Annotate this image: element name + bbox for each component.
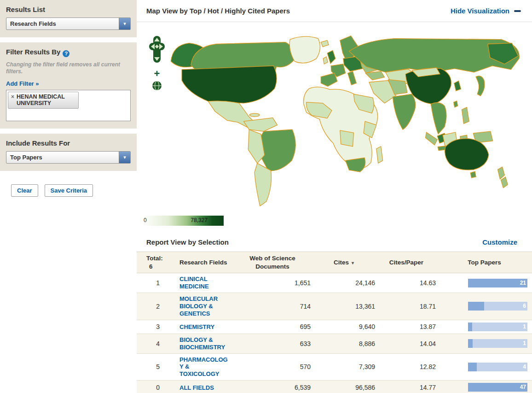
- country-ireland: [323, 57, 328, 64]
- country-new-zealand-south: [501, 177, 508, 188]
- add-filter-link[interactable]: Add Filter »: [6, 80, 39, 87]
- report-table-body: 1 CLINICAL MEDICINE 1,651 24,146 14.63 2…: [137, 273, 532, 393]
- report-view-header: Report View by Selection Customize: [137, 233, 532, 252]
- row-cites-value: 7,309: [312, 361, 376, 373]
- table-row: 5 PHARMACOLOGY & TOXICOLOGY 570 7,309 12…: [137, 354, 532, 381]
- row-cites-value: 24,146: [312, 277, 376, 289]
- top-papers-bar: 1: [468, 323, 527, 331]
- clear-button[interactable]: Clear: [11, 184, 38, 197]
- top-papers-bar-fill: [468, 383, 527, 392]
- top-papers-bar: 4: [468, 363, 527, 371]
- cites-per-paper-column-header[interactable]: Cites/Paper: [376, 256, 437, 269]
- row-docs-value: 6,539: [233, 381, 312, 393]
- include-results-select[interactable]: Top Papers ▾: [6, 151, 131, 164]
- country-taiwan: [454, 101, 458, 107]
- help-icon[interactable]: ?: [63, 50, 69, 57]
- map-legend: 0 78,327: [142, 216, 224, 226]
- row-docs-value: 570: [233, 361, 312, 373]
- zoom-in-button[interactable]: +: [154, 69, 160, 79]
- table-row: 3 CHEMISTRY 695 9,640 13.87 1: [137, 320, 532, 334]
- country-uk: [327, 50, 335, 64]
- country-sumatra: [426, 132, 438, 145]
- top-papers-bar-label: 1: [523, 339, 526, 348]
- country-central-africa: [340, 130, 354, 147]
- row-cites-value: 9,640: [312, 321, 376, 333]
- top-papers-bar-label: 6: [523, 302, 526, 311]
- map-controls: +: [148, 36, 166, 103]
- row-rank: 2: [137, 300, 164, 312]
- row-field-cell: CHEMISTRY: [164, 320, 233, 333]
- results-list-selected-value: Research Fields: [6, 18, 119, 29]
- minus-icon[interactable]: [514, 10, 521, 12]
- table-row: 1 CLINICAL MEDICINE 1,651 24,146 14.63 2…: [137, 273, 532, 293]
- row-rank: 0: [137, 381, 164, 393]
- research-field-link[interactable]: CLINICAL MEDICINE: [179, 276, 229, 290]
- country-italy: [348, 71, 357, 85]
- research-field-link[interactable]: BIOLOGY & BIOCHEMISTRY: [179, 336, 229, 351]
- country-tasmania: [470, 171, 476, 178]
- top-papers-bar-label: 4: [523, 363, 526, 371]
- legend-max-label: 78,327: [191, 217, 208, 223]
- research-field-link[interactable]: PHARMACOLOGY & TOXICOLOGY: [179, 356, 229, 378]
- filter-panel-title: Filter Results By?: [6, 48, 131, 57]
- sidebar-actions: Clear Save Criteria: [0, 176, 137, 197]
- esi-page: Results List Research Fields ▾ Filter Re…: [0, 0, 532, 393]
- row-cites-per-paper-value: 18.71: [376, 300, 437, 312]
- chevron-down-icon[interactable]: ▾: [119, 18, 130, 29]
- hide-visualization-link[interactable]: Hide Visualization: [451, 7, 521, 15]
- research-field-link[interactable]: ALL FIELDS: [179, 384, 214, 392]
- customize-link[interactable]: Customize: [482, 238, 517, 246]
- country-india: [393, 94, 415, 129]
- top-papers-column-header[interactable]: Top Papers: [437, 256, 532, 269]
- row-cites-value: 8,886: [312, 338, 376, 350]
- top-papers-bar-label: 47: [520, 383, 526, 392]
- filter-panel: Filter Results By? Changing the filter f…: [0, 42, 137, 129]
- world-map[interactable]: [138, 26, 529, 212]
- country-japan: [476, 76, 485, 96]
- research-field-link[interactable]: MOLECULAR BIOLOGY & GENETICS: [179, 295, 229, 317]
- pan-control[interactable]: [149, 36, 165, 63]
- table-row: 4 BIOLOGY & BIOCHEMISTRY 633 8,886 14.04…: [137, 334, 532, 354]
- sidebar: Results List Research Fields ▾ Filter Re…: [0, 0, 137, 393]
- row-cites-per-paper-value: 14.04: [376, 338, 437, 350]
- top-papers-bar-fill: [468, 323, 472, 331]
- report-table: Total: 6 Research Fields Web of Science …: [137, 252, 532, 393]
- row-rank: 5: [137, 361, 164, 373]
- total-label: Total:: [146, 255, 163, 262]
- results-list-title: Results List: [6, 6, 131, 13]
- cites-column-header[interactable]: Cites ▾: [312, 256, 376, 269]
- row-field-cell: CLINICAL MEDICINE: [164, 273, 233, 293]
- cites-column-label: Cites: [334, 259, 349, 266]
- chevron-down-icon[interactable]: ▾: [119, 152, 130, 163]
- country-korea: [454, 81, 461, 91]
- wos-documents-column-header[interactable]: Web of Science Documents: [233, 252, 312, 273]
- research-fields-column-header[interactable]: Research Fields: [164, 256, 233, 269]
- row-cites-per-paper-value: 14.77: [376, 381, 437, 393]
- hide-visualization-label[interactable]: Hide Visualization: [451, 7, 509, 15]
- top-papers-bar-fill: [468, 302, 484, 311]
- row-field-cell: ALL FIELDS: [164, 381, 233, 393]
- country-madagascar: [376, 147, 383, 164]
- row-top-papers-cell: 21: [437, 276, 532, 290]
- save-criteria-button[interactable]: Save Criteria: [45, 184, 93, 197]
- row-docs-value: 633: [233, 338, 312, 350]
- country-caribbean: [249, 113, 260, 117]
- remove-filter-icon[interactable]: ×: [11, 94, 14, 107]
- row-rank: 4: [137, 338, 164, 350]
- research-field-link[interactable]: CHEMISTRY: [179, 323, 214, 331]
- row-docs-value: 1,651: [233, 277, 312, 289]
- row-top-papers-cell: 1: [437, 320, 532, 334]
- row-cites-per-paper-value: 13.87: [376, 321, 437, 333]
- results-list-select[interactable]: Research Fields ▾: [6, 18, 131, 30]
- row-cites-value: 96,586: [312, 381, 376, 393]
- country-new-zealand-north: [498, 167, 505, 179]
- filter-tag[interactable]: × HENAN MEDICAL UNIVERSITY: [8, 92, 79, 109]
- filter-note: Changing the filter field removes all cu…: [6, 61, 131, 76]
- total-value: 6: [146, 263, 163, 271]
- row-field-cell: PHARMACOLOGY & TOXICOLOGY: [164, 354, 233, 381]
- row-top-papers-cell: 1: [437, 337, 532, 350]
- row-cites-value: 13,361: [312, 300, 376, 312]
- legend-min-label: 0: [144, 217, 147, 223]
- globe-reset-button[interactable]: [152, 81, 162, 93]
- zoom-out-button[interactable]: [155, 95, 159, 103]
